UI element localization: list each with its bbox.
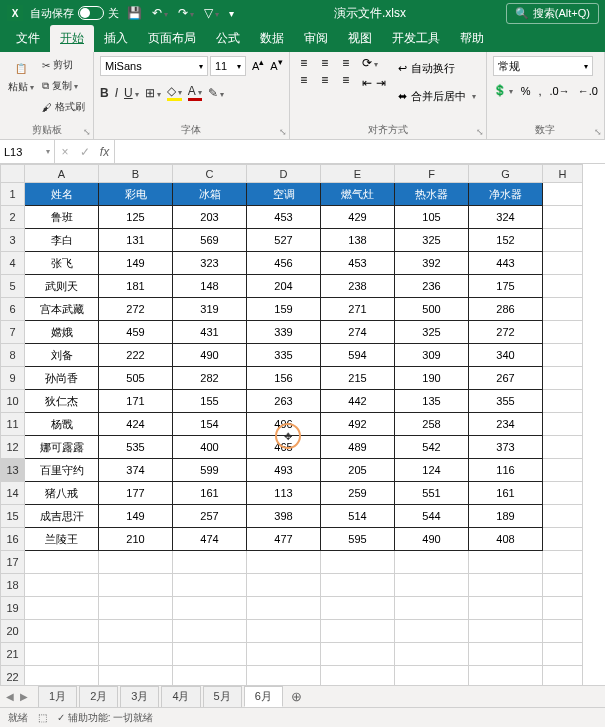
cell[interactable]: 456 <box>247 252 321 275</box>
cell[interactable]: 569 <box>173 229 247 252</box>
cell[interactable]: 267 <box>469 367 543 390</box>
cell[interactable]: 340 <box>469 344 543 367</box>
row-header[interactable]: 9 <box>1 367 25 390</box>
cell[interactable] <box>321 620 395 643</box>
cell[interactable] <box>395 643 469 666</box>
row-header[interactable]: 7 <box>1 321 25 344</box>
cell[interactable]: 124 <box>395 459 469 482</box>
cell[interactable]: 武则天 <box>25 275 99 298</box>
cell[interactable]: 282 <box>173 367 247 390</box>
cell[interactable] <box>543 551 583 574</box>
wrap-text-button[interactable]: ↩自动换行 <box>394 56 480 80</box>
row-header[interactable]: 6 <box>1 298 25 321</box>
cell[interactable] <box>247 666 321 686</box>
table-header-cell[interactable]: 空调 <box>247 183 321 206</box>
cell[interactable] <box>99 597 173 620</box>
cut-button[interactable]: ✂剪切 <box>40 56 87 74</box>
row-header[interactable]: 1 <box>1 183 25 206</box>
cell[interactable]: 张飞 <box>25 252 99 275</box>
table-header-cell[interactable]: 热水器 <box>395 183 469 206</box>
cell[interactable]: 210 <box>99 528 173 551</box>
ribbon-tab[interactable]: 文件 <box>6 25 50 52</box>
cell[interactable]: 215 <box>321 367 395 390</box>
cell[interactable]: 505 <box>99 367 173 390</box>
cell[interactable] <box>25 666 99 686</box>
cell[interactable]: 490 <box>395 528 469 551</box>
cell[interactable] <box>25 551 99 574</box>
autosave-toggle[interactable]: 自动保存 关 <box>30 6 119 21</box>
cell[interactable]: 599 <box>173 459 247 482</box>
cell[interactable] <box>173 551 247 574</box>
column-header[interactable]: C <box>173 165 247 183</box>
cell[interactable]: 490 <box>173 344 247 367</box>
cell[interactable]: 527 <box>247 229 321 252</box>
cell[interactable]: 鲁班 <box>25 206 99 229</box>
ribbon-tab[interactable]: 开发工具 <box>382 25 450 52</box>
column-header[interactable]: G <box>469 165 543 183</box>
cell[interactable]: 459 <box>99 321 173 344</box>
sheet-tab[interactable]: 3月 <box>120 686 159 707</box>
cell[interactable]: 595 <box>321 528 395 551</box>
cell[interactable]: 娜可露露 <box>25 436 99 459</box>
cell[interactable] <box>469 643 543 666</box>
cell[interactable] <box>99 643 173 666</box>
phonetic-button[interactable]: ✎ <box>208 86 224 100</box>
row-header[interactable]: 13 <box>1 459 25 482</box>
search-box[interactable]: 🔍 搜索(Alt+Q) <box>506 3 599 24</box>
column-header[interactable]: A <box>25 165 99 183</box>
cell[interactable]: 161 <box>469 482 543 505</box>
number-format-select[interactable]: 常规▾ <box>493 56 593 76</box>
decrease-indent-button[interactable]: ⇤ <box>362 76 372 90</box>
cell[interactable]: 257 <box>173 505 247 528</box>
row-header[interactable]: 19 <box>1 597 25 620</box>
cell[interactable]: 159 <box>247 298 321 321</box>
cell[interactable]: 535 <box>99 436 173 459</box>
fx-button[interactable]: fx <box>95 140 115 163</box>
cell[interactable]: 149 <box>99 505 173 528</box>
underline-button[interactable]: U <box>124 86 139 100</box>
cell[interactable] <box>469 551 543 574</box>
cell[interactable]: 453 <box>321 252 395 275</box>
sheet-nav-next[interactable]: ▶ <box>20 691 28 702</box>
align-right-button[interactable]: ≡ <box>338 73 354 87</box>
cell[interactable]: 398 <box>247 505 321 528</box>
cell[interactable]: 154 <box>173 413 247 436</box>
cell[interactable] <box>99 666 173 686</box>
merge-center-button[interactable]: ⬌合并后居中 <box>394 84 480 108</box>
ribbon-tab[interactable]: 审阅 <box>294 25 338 52</box>
cell[interactable] <box>321 551 395 574</box>
cell[interactable]: 373 <box>469 436 543 459</box>
cell[interactable]: 263 <box>247 390 321 413</box>
cell[interactable]: 李白 <box>25 229 99 252</box>
orientation-button[interactable]: ⟳ <box>362 56 386 70</box>
cell[interactable] <box>25 597 99 620</box>
cell[interactable] <box>543 206 583 229</box>
sheet-tab[interactable]: 1月 <box>38 686 77 707</box>
ribbon-tab[interactable]: 公式 <box>206 25 250 52</box>
cell[interactable]: 272 <box>99 298 173 321</box>
cell[interactable]: 465 <box>247 436 321 459</box>
cell[interactable] <box>99 574 173 597</box>
redo-button[interactable]: ↷ <box>178 6 194 20</box>
cell[interactable]: 177 <box>99 482 173 505</box>
column-header[interactable]: F <box>395 165 469 183</box>
cell[interactable]: 148 <box>173 275 247 298</box>
cell[interactable]: 408 <box>469 528 543 551</box>
bold-button[interactable]: B <box>100 86 109 100</box>
save-icon[interactable]: 💾 <box>127 6 142 20</box>
cell[interactable] <box>395 620 469 643</box>
cell[interactable]: 百里守约 <box>25 459 99 482</box>
cell[interactable] <box>543 367 583 390</box>
cell[interactable]: 424 <box>99 413 173 436</box>
record-macro-icon[interactable]: ⬚ <box>38 712 47 723</box>
cell[interactable] <box>543 275 583 298</box>
cell[interactable]: 125 <box>99 206 173 229</box>
table-header-cell[interactable]: 燃气灶 <box>321 183 395 206</box>
cell[interactable]: 222 <box>99 344 173 367</box>
cell[interactable]: 453 <box>247 206 321 229</box>
cell[interactable] <box>543 482 583 505</box>
fill-color-button[interactable]: ◇ <box>167 84 182 101</box>
cell[interactable] <box>395 666 469 686</box>
row-header[interactable]: 15 <box>1 505 25 528</box>
column-header[interactable]: H <box>543 165 583 183</box>
